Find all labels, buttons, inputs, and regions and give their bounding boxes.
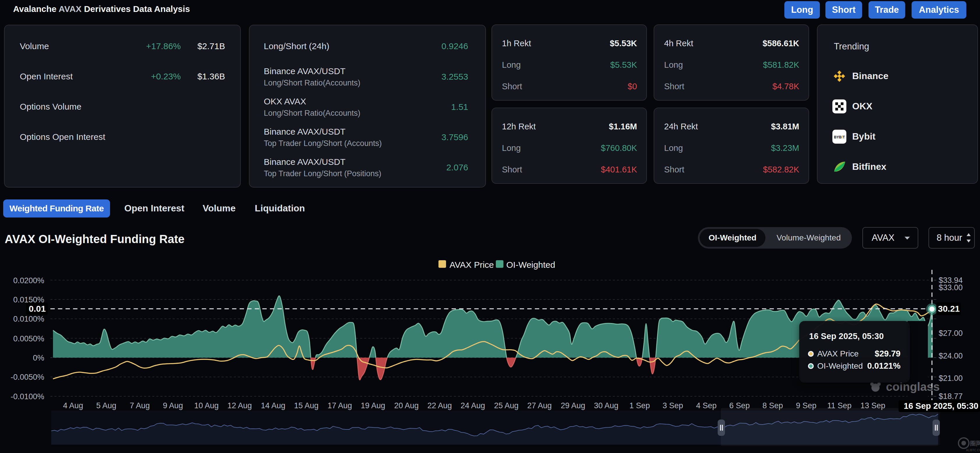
svg-text:30 Aug: 30 Aug [594,401,618,410]
svg-text:圈网: 圈网 [970,440,980,447]
svg-text:20 Aug: 20 Aug [394,401,419,410]
svg-text:14 Aug: 14 Aug [261,401,285,410]
svg-text:-0.0050%: -0.0050% [11,373,44,382]
svg-text:$27.00: $27.00 [939,329,963,337]
svg-text:27 Aug: 27 Aug [527,401,552,410]
svg-text:3 Sep: 3 Sep [663,401,683,410]
svg-text:17 Aug: 17 Aug [328,401,352,410]
svg-text:16 Sep 2025, 05:30: 16 Sep 2025, 05:30 [904,401,978,410]
svg-text:$18.77: $18.77 [939,392,963,401]
svg-text:15 Aug: 15 Aug [294,401,318,410]
svg-text:0.0200%: 0.0200% [13,276,44,285]
svg-text:25 Aug: 25 Aug [494,401,519,410]
svg-text:-0.0100%: -0.0100% [11,392,44,401]
svg-text:29 Aug: 29 Aug [561,401,585,410]
svg-text:0.01: 0.01 [29,304,46,314]
svg-text:30.21: 30.21 [938,304,959,314]
svg-text:$21.00: $21.00 [939,374,963,383]
svg-text:22 Aug: 22 Aug [427,401,452,410]
svg-text:7 Aug: 7 Aug [130,401,150,410]
svg-text:0.0050%: 0.0050% [13,334,44,343]
svg-text:0.0100%: 0.0100% [13,315,44,323]
svg-text:4 Aug: 4 Aug [63,401,83,410]
svg-text:9 Aug: 9 Aug [163,401,183,410]
svg-text:5 Aug: 5 Aug [96,401,116,410]
svg-text:24 Aug: 24 Aug [461,401,485,410]
svg-text:4 Sep: 4 Sep [696,401,717,410]
svg-text:$24.00: $24.00 [939,352,963,360]
svg-text:10 Aug: 10 Aug [194,401,219,410]
svg-text:19 Aug: 19 Aug [361,401,385,410]
svg-text:12 Aug: 12 Aug [228,401,252,410]
svg-text:$33.00: $33.00 [939,283,963,292]
svg-text:0%: 0% [33,353,44,362]
svg-text:ALIBTC.COM: ALIBTC.COM [966,449,980,452]
svg-text:1 Sep: 1 Sep [630,401,650,410]
